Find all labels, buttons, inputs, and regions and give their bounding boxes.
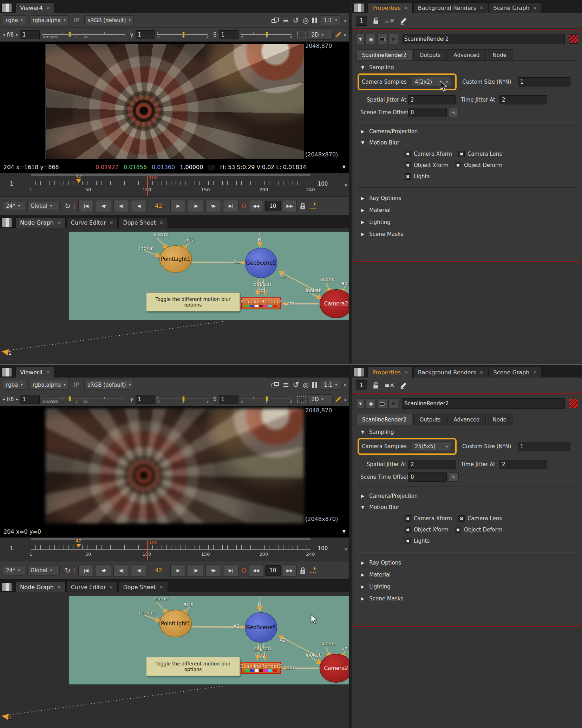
lock-panels-icon[interactable]	[372, 381, 380, 389]
tab-scene-graph[interactable]: Scene Graph ✕	[489, 2, 542, 13]
node-geoscene5[interactable]: GeoScene5	[245, 612, 277, 643]
custom-size-input[interactable]	[518, 442, 570, 451]
section-material[interactable]: ▶ Material	[361, 572, 391, 578]
object-xform-checkbox[interactable]: ✖	[405, 162, 411, 168]
node-graph[interactable]: PointLight1 GeoScene5 Camera2 ScanlineRe…	[0, 228, 349, 364]
play-button[interactable]: ▶	[170, 565, 186, 576]
timeline[interactable]: 1 1 50 100 150 200 240 100 42 100 »	[0, 537, 349, 561]
spatial-jitter-input[interactable]	[408, 460, 456, 469]
lut-dropdown[interactable]: sRGB (default) ▾	[84, 15, 134, 25]
close-icon[interactable]: ✕	[57, 220, 61, 225]
viewer-canvas[interactable]: 2048,870 (2048x870)	[0, 406, 349, 526]
gain-slider[interactable]: 0.015625 1 64	[42, 395, 125, 403]
view-mode-dropdown[interactable]: 2D ▾	[308, 394, 333, 404]
current-frame-field[interactable]: 42	[149, 567, 168, 574]
camera-lens-checkbox[interactable]: ✖	[458, 515, 465, 522]
gamma-input[interactable]	[136, 395, 155, 404]
section-scene-masks[interactable]: ▶ Scene Masks	[361, 595, 403, 602]
camera-lens-checkbox[interactable]: ✖	[458, 151, 465, 157]
go-first-frame-button[interactable]: |◀	[78, 200, 94, 212]
zoom-ratio-dropdown[interactable]: 1:1 ▾	[321, 15, 340, 25]
center-node-button[interactable]: ◉	[366, 34, 376, 44]
close-icon[interactable]: ✕	[533, 370, 537, 375]
collapse-chevrons-icon[interactable]: »	[342, 398, 348, 400]
tab-advanced[interactable]: Advanced	[447, 49, 485, 60]
range-start-input[interactable]: 1	[3, 543, 20, 554]
frame-range-flag-icon[interactable]	[309, 202, 318, 210]
fps-dropdown[interactable]: 24* ▾	[3, 566, 25, 575]
collapse-chevrons-icon[interactable]: »	[342, 384, 348, 386]
tab-node-graph[interactable]: Node Graph ✕	[15, 217, 66, 228]
frame-increment-field[interactable]: 10	[265, 201, 281, 211]
camera-xform-checkbox[interactable]: ✖	[405, 515, 411, 522]
channels-dropdown[interactable]: rgba ▾	[3, 380, 26, 390]
lock-panels-icon[interactable]	[372, 17, 380, 25]
collapse-chevrons-icon[interactable]: »	[342, 183, 349, 186]
jump-back-button[interactable]: ◀◀	[249, 565, 263, 576]
next-aperture-icon[interactable]: ▸	[16, 397, 18, 401]
gain-input[interactable]	[20, 30, 40, 39]
frame-range-flag-icon[interactable]	[309, 566, 318, 575]
timeline-ruler[interactable]	[31, 545, 310, 549]
close-icon[interactable]: ✕	[46, 370, 50, 375]
tab-scanlinerender2[interactable]: ScanlineRender2	[356, 49, 412, 60]
viewer-input-flag-icon[interactable]	[1, 713, 9, 720]
viewer-input-flag-icon[interactable]	[1, 348, 9, 356]
node-scanlinerender2[interactable]: ScanlineRender2	[241, 297, 281, 309]
close-icon[interactable]: ✕	[404, 370, 408, 375]
node-color-swatch[interactable]	[569, 34, 578, 44]
jump-forward-button[interactable]: ▶▶	[283, 565, 297, 576]
center-node-button[interactable]: ◉	[366, 398, 376, 409]
section-material[interactable]: ▶ Material	[361, 207, 391, 213]
info-dropdown-icon[interactable]: ▼	[342, 529, 346, 534]
sticky-note[interactable]: Toggle the different motion blur options	[146, 657, 240, 676]
prev-aperture-icon[interactable]: ◂	[3, 32, 5, 37]
tab-advanced[interactable]: Advanced	[447, 414, 485, 425]
section-ray-options[interactable]: ▶ Ray Options	[361, 560, 401, 566]
section-camera-projection[interactable]: ▶ Camera/Projection	[361, 493, 418, 499]
clear-panels-icon[interactable]: ≡✕	[385, 382, 395, 389]
tab-scanlinerender2[interactable]: ScanlineRender2	[356, 414, 412, 425]
lights-checkbox[interactable]: ✖	[405, 173, 411, 180]
close-icon[interactable]: ✕	[480, 370, 484, 375]
object-xform-checkbox[interactable]: ✖	[405, 527, 411, 533]
close-icon[interactable]: ✕	[159, 585, 163, 590]
layout-lines-icon[interactable]: ≡	[283, 16, 289, 25]
settings-wrench-button[interactable]	[388, 398, 398, 409]
node-pointlight1[interactable]: PointLight1	[159, 610, 192, 637]
max-panels-field[interactable]: 1	[356, 380, 367, 390]
spatial-jitter-input[interactable]	[408, 95, 456, 104]
node-color-swatch[interactable]	[569, 399, 578, 408]
tab-node-graph[interactable]: Node Graph ✕	[15, 582, 66, 592]
play-backward-button[interactable]: ◀	[131, 200, 146, 212]
scene-time-offset-input[interactable]	[408, 108, 447, 117]
settings-wrench-button[interactable]	[388, 34, 398, 44]
node-graph[interactable]: PointLight1 GeoScene5 Camera2 ScanlineRe…	[0, 592, 349, 728]
tab-viewer4[interactable]: Viewer4 ✕	[15, 367, 54, 378]
collapse-chevrons-icon[interactable]: »	[342, 19, 348, 21]
tab-scene-graph[interactable]: Scene Graph ✕	[489, 367, 542, 378]
node-camera2[interactable]: Camera2	[320, 289, 349, 318]
section-camera-projection[interactable]: ▶ Camera/Projection	[361, 128, 418, 135]
current-frame-marker[interactable]	[76, 179, 81, 183]
go-first-frame-button[interactable]: |◀	[78, 565, 94, 576]
time-jitter-input[interactable]	[499, 95, 547, 104]
curve-editor-button[interactable]: ∿	[449, 108, 459, 117]
section-motion-blur[interactable]: ▼ Motion Blur	[361, 504, 399, 510]
object-deform-checkbox[interactable]: ✖	[455, 162, 461, 168]
current-frame-field[interactable]: 42	[149, 202, 168, 209]
section-motion-blur[interactable]: ▼ Motion Blur	[361, 140, 399, 146]
tab-background-renders[interactable]: Background Renders ✕	[413, 367, 488, 378]
channels-dropdown[interactable]: rgba ▾	[3, 15, 26, 25]
collapse-chevrons-icon[interactable]: »	[342, 33, 348, 36]
time-jitter-input[interactable]	[499, 460, 547, 469]
lock-range-icon[interactable]	[299, 202, 307, 210]
max-panels-field[interactable]: 1	[356, 16, 367, 26]
pane-menu-icon[interactable]	[354, 3, 364, 12]
step-forward-button[interactable]: |▶	[188, 200, 203, 212]
section-scene-masks[interactable]: ▶ Scene Masks	[361, 231, 403, 237]
playback-loop-icon[interactable]: ↻	[65, 566, 71, 575]
pause-icon[interactable]	[312, 18, 317, 23]
node-scanlinerender2[interactable]: ScanlineRender2	[241, 662, 281, 674]
camera-samples-dropdown[interactable]: 25(5x5) ▾	[412, 442, 451, 451]
